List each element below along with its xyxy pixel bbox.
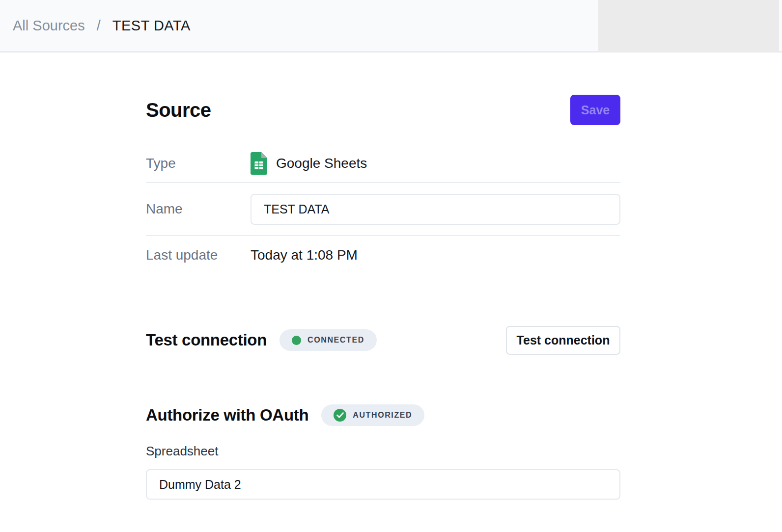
- save-button[interactable]: Save: [570, 95, 620, 125]
- field-row-name: Name: [146, 183, 620, 236]
- breadcrumb-current: TEST DATA: [112, 18, 191, 34]
- type-label: Type: [146, 156, 251, 171]
- top-header: All Sources / TEST DATA: [0, 0, 782, 53]
- authorized-status-badge: AUTHORIZED: [321, 404, 424, 426]
- google-sheets-icon: [251, 152, 267, 175]
- name-input[interactable]: [251, 194, 620, 225]
- green-dot-icon: [292, 336, 301, 345]
- spreadsheet-input[interactable]: [146, 469, 620, 500]
- field-row-type: Type Google Sheets: [146, 145, 620, 183]
- test-connection-button[interactable]: Test connection: [506, 326, 620, 355]
- header-gray-panel: [598, 0, 779, 53]
- source-settings-page: Source Save Type Google Sheets: [0, 53, 782, 500]
- test-connection-section: Test connection CONNECTED Test connectio…: [146, 325, 620, 355]
- spreadsheet-label: Spreadsheet: [146, 444, 620, 459]
- connected-status-badge: CONNECTED: [279, 329, 377, 351]
- breadcrumb-separator: /: [97, 18, 101, 34]
- type-value: Google Sheets: [251, 152, 367, 175]
- breadcrumb-all-sources[interactable]: All Sources: [13, 18, 85, 34]
- field-row-last-update: Last update Today at 1:08 PM: [146, 236, 620, 274]
- oauth-section: Authorize with OAuth AUTHORIZED: [146, 402, 620, 428]
- connected-status-text: CONNECTED: [307, 336, 364, 345]
- breadcrumb: All Sources / TEST DATA: [0, 18, 191, 34]
- authorized-status-text: AUTHORIZED: [353, 411, 412, 420]
- source-section-header: Source Save: [146, 95, 620, 125]
- type-value-text: Google Sheets: [276, 156, 367, 171]
- check-icon: [334, 409, 346, 422]
- page-title: Source: [146, 99, 211, 121]
- test-connection-title: Test connection: [146, 331, 267, 349]
- last-update-value: Today at 1:08 PM: [251, 247, 358, 263]
- oauth-title: Authorize with OAuth: [146, 406, 308, 425]
- name-label: Name: [146, 201, 251, 217]
- last-update-label: Last update: [146, 247, 251, 263]
